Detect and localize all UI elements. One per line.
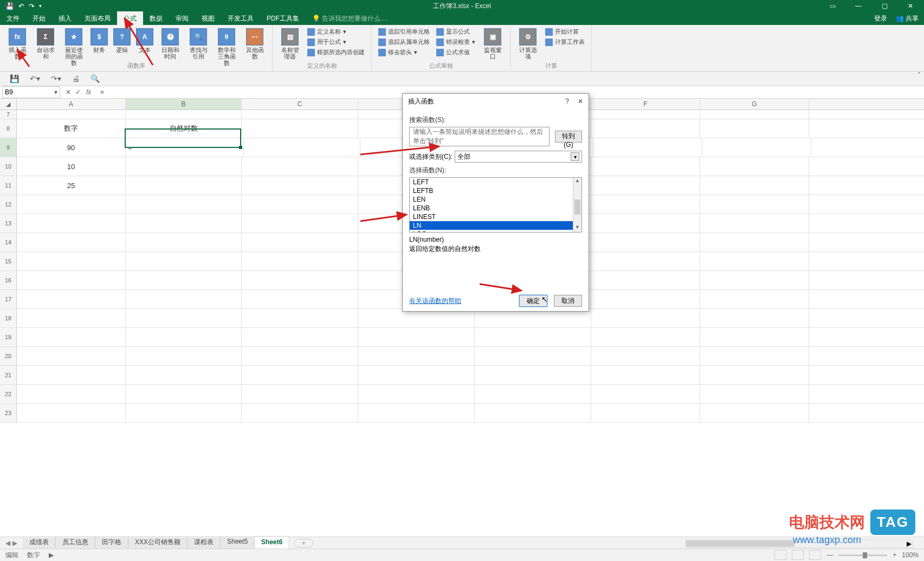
cell-G7[interactable] bbox=[700, 110, 809, 119]
cell-B23[interactable] bbox=[126, 404, 242, 422]
cell-F21[interactable] bbox=[591, 366, 700, 384]
calculate-sheet-button[interactable]: 计算工作表 bbox=[543, 37, 587, 47]
datetime-button[interactable]: 🕐日期和时间 bbox=[157, 27, 183, 61]
watch-window-button[interactable]: ▣监视窗口 bbox=[480, 27, 506, 61]
minimize-icon[interactable]: — bbox=[849, 1, 868, 11]
cell-B15[interactable] bbox=[126, 252, 242, 270]
cell-G16[interactable] bbox=[700, 271, 809, 289]
cell-E23[interactable] bbox=[475, 404, 591, 422]
preview-icon[interactable]: 🔍 bbox=[91, 74, 100, 83]
cell-B8[interactable]: 自然对数 bbox=[126, 119, 242, 138]
cell-F10[interactable] bbox=[591, 157, 700, 176]
cell-A22[interactable] bbox=[17, 385, 126, 403]
cell-F12[interactable] bbox=[591, 195, 700, 214]
cancel-button[interactable]: 取消 bbox=[554, 295, 582, 307]
cell-B18[interactable] bbox=[126, 309, 242, 327]
cell-F11[interactable] bbox=[591, 176, 700, 195]
dialog-help-icon[interactable]: ? bbox=[565, 98, 569, 105]
row-header-17[interactable]: 17 bbox=[0, 290, 17, 308]
cell-C16[interactable] bbox=[242, 271, 358, 289]
zoom-in-icon[interactable]: + bbox=[893, 551, 896, 559]
dialog-close-icon[interactable]: ✕ bbox=[578, 98, 583, 105]
cell-F18[interactable] bbox=[591, 309, 700, 327]
col-header-C[interactable]: C bbox=[242, 99, 358, 109]
row-header-10[interactable]: 10 bbox=[0, 157, 17, 176]
cell-D20[interactable] bbox=[358, 347, 475, 365]
scroll-up-icon[interactable]: ▲ bbox=[573, 178, 581, 185]
calculate-now-button[interactable]: 开始计算 bbox=[543, 27, 587, 36]
cell-E21[interactable] bbox=[475, 366, 591, 384]
function-item-LINEST[interactable]: LINEST bbox=[410, 212, 581, 221]
cell-A16[interactable] bbox=[17, 271, 126, 289]
error-checking-button[interactable]: 错误检查 ▾ bbox=[434, 37, 477, 47]
save-icon[interactable]: 💾 bbox=[5, 2, 14, 10]
function-item-LEN[interactable]: LEN bbox=[410, 195, 581, 204]
trace-dependents-button[interactable]: 追踪从属单元格 bbox=[376, 37, 432, 47]
tab-view[interactable]: 视图 bbox=[195, 12, 221, 25]
cell-G23[interactable] bbox=[700, 404, 809, 422]
cell-F7[interactable] bbox=[591, 110, 700, 119]
cell-B20[interactable] bbox=[126, 347, 242, 365]
trace-precedents-button[interactable]: 追踪引用单元格 bbox=[376, 27, 432, 36]
cell-F20[interactable] bbox=[591, 347, 700, 365]
cell-F13[interactable] bbox=[591, 214, 700, 233]
redo-icon[interactable]: ↷ bbox=[29, 2, 35, 10]
cell-C12[interactable] bbox=[242, 195, 358, 214]
autosum-button[interactable]: Σ自动求和 bbox=[33, 27, 59, 61]
cell-A9[interactable]: 90 bbox=[17, 138, 126, 157]
cell-G22[interactable] bbox=[700, 385, 809, 403]
function-item-LEFT[interactable]: LEFT bbox=[410, 178, 581, 186]
cell-G12[interactable] bbox=[700, 195, 809, 214]
cell-E22[interactable] bbox=[475, 385, 591, 403]
cell-G18[interactable] bbox=[700, 309, 809, 327]
cell-C21[interactable] bbox=[242, 366, 358, 384]
cell-G15[interactable] bbox=[700, 252, 809, 270]
cell-C19[interactable] bbox=[242, 328, 358, 346]
cell-C11[interactable] bbox=[242, 176, 358, 195]
cell-B11[interactable] bbox=[126, 176, 242, 195]
cell-B14[interactable] bbox=[126, 233, 242, 252]
scroll-right-icon[interactable]: ▶ bbox=[907, 540, 912, 547]
function-item-LN[interactable]: LN bbox=[410, 221, 581, 230]
tab-insert[interactable]: 插入 bbox=[52, 12, 78, 25]
cell-A21[interactable] bbox=[17, 366, 126, 384]
row-header-18[interactable]: 18 bbox=[0, 309, 17, 327]
cell-F15[interactable] bbox=[591, 252, 700, 270]
name-box[interactable]: B9▾ bbox=[2, 86, 60, 98]
cell-A20[interactable] bbox=[17, 347, 126, 365]
cell-G13[interactable] bbox=[700, 214, 809, 233]
undo-icon[interactable]: ↶ bbox=[18, 2, 24, 10]
category-select[interactable]: 全部 ▾ bbox=[455, 151, 582, 163]
goto-button[interactable]: 转到(G) bbox=[555, 131, 582, 143]
cell-A11[interactable]: 25 bbox=[17, 176, 126, 195]
tab-page-layout[interactable]: 页面布局 bbox=[78, 12, 117, 25]
cell-G19[interactable] bbox=[700, 328, 809, 346]
cell-F16[interactable] bbox=[591, 271, 700, 289]
row-header-8[interactable]: 8 bbox=[0, 119, 17, 138]
col-header-G[interactable]: G bbox=[700, 99, 809, 109]
cell-E19[interactable] bbox=[475, 328, 591, 346]
cell-G21[interactable] bbox=[700, 366, 809, 384]
cell-C20[interactable] bbox=[242, 347, 358, 365]
cell-A15[interactable] bbox=[17, 252, 126, 270]
cell-G14[interactable] bbox=[700, 233, 809, 252]
name-manager-button[interactable]: ▤名称管理器 bbox=[277, 27, 303, 61]
cancel-formula-icon[interactable]: ✕ bbox=[66, 88, 71, 96]
use-in-formula-button[interactable]: 用于公式 ▾ bbox=[305, 37, 367, 47]
cell-D23[interactable] bbox=[358, 404, 475, 422]
tab-home[interactable]: 开始 bbox=[26, 12, 52, 25]
status-macro-icon[interactable]: ▶ bbox=[49, 551, 54, 559]
dialog-titlebar[interactable]: 插入函数 ? ✕ bbox=[403, 94, 589, 109]
maximize-icon[interactable]: ▢ bbox=[875, 1, 894, 11]
function-help-link[interactable]: 有关该函数的帮助 bbox=[409, 296, 461, 306]
cell-E20[interactable] bbox=[475, 347, 591, 365]
cell-B22[interactable] bbox=[126, 385, 242, 403]
ribbon-options-icon[interactable]: ▭ bbox=[823, 1, 842, 11]
cell-A7[interactable] bbox=[17, 110, 126, 119]
row-header-9[interactable]: 9 bbox=[0, 138, 17, 157]
row-header-7[interactable]: 7 bbox=[0, 110, 17, 119]
tab-developer[interactable]: 开发工具 bbox=[221, 12, 260, 25]
cell-C22[interactable] bbox=[242, 385, 358, 403]
close-icon[interactable]: ✕ bbox=[901, 1, 920, 11]
scroll-thumb[interactable] bbox=[574, 199, 580, 215]
